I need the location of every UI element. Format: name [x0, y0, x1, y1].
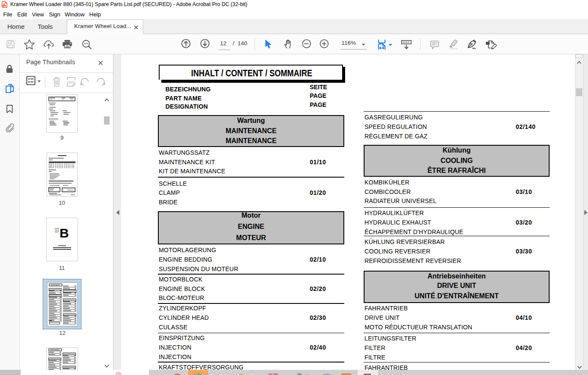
svg-text:B: B	[60, 226, 69, 240]
